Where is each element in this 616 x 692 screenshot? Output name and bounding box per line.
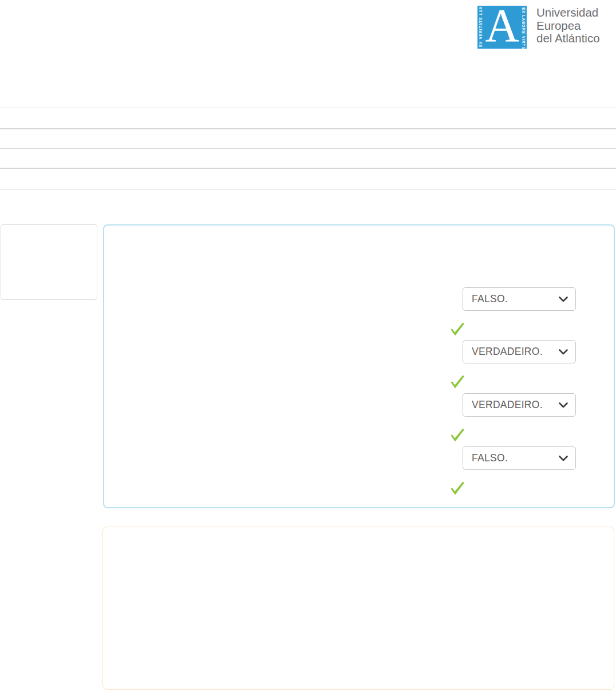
crest-letter: A bbox=[477, 6, 527, 49]
university-logo: EX VERITATE LUX A EX LABORE VIRTUS Unive… bbox=[477, 6, 600, 49]
chevron-down-icon bbox=[559, 296, 568, 302]
correct-check-icon bbox=[450, 428, 465, 442]
correct-check-icon bbox=[450, 481, 465, 495]
divider-line bbox=[0, 128, 616, 129]
answer-row: VERDADEIRO. bbox=[104, 340, 614, 392]
university-name-line-3: del Atlántico bbox=[536, 32, 600, 45]
answer-select-4[interactable]: FALSO. bbox=[463, 446, 576, 470]
question-content-box: FALSO. VERDADEIRO. VERDADEIRO. bbox=[103, 224, 615, 508]
university-name: Universidad Europea del Atlántico bbox=[536, 6, 600, 49]
question-info-box bbox=[1, 224, 97, 300]
divider-line bbox=[0, 189, 616, 189]
answer-row: FALSO. bbox=[104, 446, 614, 498]
feedback-box bbox=[102, 527, 614, 690]
divider-line bbox=[0, 148, 616, 149]
answer-select-4-value: FALSO. bbox=[472, 452, 555, 464]
answer-select-1[interactable]: FALSO. bbox=[463, 287, 576, 311]
quiz-review-page: EX VERITATE LUX A EX LABORE VIRTUS Unive… bbox=[0, 0, 616, 692]
correct-check-icon bbox=[450, 375, 465, 389]
answer-select-2-value: VERDADEIRO. bbox=[472, 346, 555, 358]
divider-line bbox=[0, 168, 616, 169]
answer-row: VERDADEIRO. bbox=[104, 393, 614, 445]
answer-select-1-value: FALSO. bbox=[472, 293, 555, 305]
chevron-down-icon bbox=[559, 456, 568, 461]
divider-line bbox=[0, 108, 616, 108]
answer-select-3[interactable]: VERDADEIRO. bbox=[463, 393, 576, 417]
chevron-down-icon bbox=[559, 349, 568, 355]
correct-check-icon bbox=[450, 322, 465, 336]
crest-motto-right: EX LABORE VIRTUS bbox=[522, 7, 526, 47]
answer-row: FALSO. bbox=[104, 287, 614, 339]
university-crest: EX VERITATE LUX A EX LABORE VIRTUS bbox=[477, 6, 527, 49]
answer-select-3-value: VERDADEIRO. bbox=[472, 399, 555, 411]
university-name-line-1: Universidad bbox=[536, 6, 600, 19]
chevron-down-icon bbox=[559, 402, 568, 408]
answer-select-2[interactable]: VERDADEIRO. bbox=[463, 340, 576, 363]
university-name-line-2: Europea bbox=[536, 19, 600, 33]
